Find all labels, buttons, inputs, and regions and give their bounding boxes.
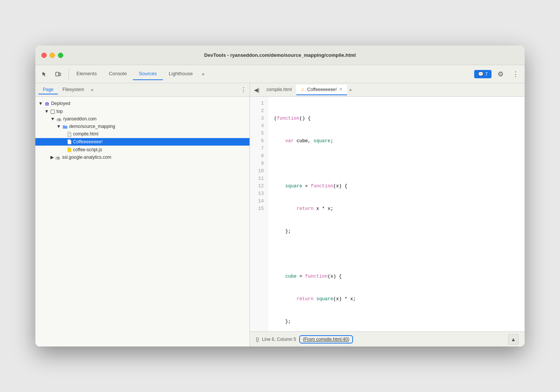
line-num-11: 11 — [250, 175, 268, 182]
svg-rect-1 — [59, 73, 61, 76]
cloud-icon-2 — [55, 155, 61, 160]
tree-label-ssl: ssl.google-analytics.com — [62, 155, 111, 160]
code-line-5: return x * x; — [274, 205, 519, 213]
format-icon[interactable]: {} — [256, 337, 259, 342]
tree-label-ryanseddon: ryanseddon.com — [63, 116, 97, 122]
tab-lighthouse[interactable]: Lighthouse — [163, 68, 199, 80]
scroll-up-button[interactable]: ▲ — [508, 334, 519, 345]
sidebar-more-icon[interactable]: ⋮ — [240, 86, 247, 93]
collapse-icon: ▼ — [44, 109, 49, 114]
chat-icon: 💬 — [478, 71, 484, 77]
line-num-5: 5 — [250, 130, 268, 137]
file-icon — [67, 131, 72, 137]
cursor-icon[interactable] — [38, 68, 50, 80]
collapse-icon: ▼ — [50, 116, 55, 122]
sidebar: Page Filesystem » ⋮ ▼ Deployed — [35, 83, 250, 346]
tree-label-demo: demo/source_mapping — [69, 124, 115, 129]
source-link-badge[interactable]: (From compile.html:40) — [299, 335, 353, 343]
line-num-10: 10 — [250, 167, 268, 175]
source-panel: ◀| compile.html ⚠ Coffeeeeeeee! ✕ » 1 2 … — [250, 83, 525, 346]
line-numbers: 1 2 3 4 5 6 7 8 9 10 11 12 13 14 15 — [250, 97, 268, 331]
line-num-14: 14 — [250, 198, 268, 205]
line-num-6: 6 — [250, 137, 268, 145]
tab-actions: 💬 7 ⚙ ⋮ — [474, 68, 522, 80]
tab-sources[interactable]: Sources — [133, 68, 163, 80]
tree-label-compile: compile.html — [73, 131, 98, 137]
tab-overflow[interactable]: » — [199, 70, 207, 78]
line-num-7: 7 — [250, 145, 268, 152]
source-tab-coffee[interactable]: ⚠ Coffeeeeeeee! ✕ — [296, 85, 347, 95]
devtools-window: DevTools - ryanseddon.com/demo/source_ma… — [35, 46, 525, 346]
code-line-4: square = function(x) { — [274, 182, 519, 190]
frame-icon — [50, 109, 55, 114]
code-line-8: cube = function(x) { — [274, 273, 519, 280]
tree-item-deployed[interactable]: ▼ Deployed — [35, 100, 250, 108]
code-area: 1 2 3 4 5 6 7 8 9 10 11 12 13 14 15 — [250, 97, 525, 331]
code-line-9: return square(x) * x; — [274, 295, 519, 303]
tree-item-demo[interactable]: ▼ demo/source_mapping — [35, 123, 250, 130]
line-num-3: 3 — [250, 115, 268, 122]
cloud-icon — [56, 116, 62, 122]
source-tab-compile[interactable]: compile.html — [262, 85, 296, 95]
maximize-button[interactable] — [58, 53, 63, 58]
titlebar: DevTools - ryanseddon.com/demo/source_ma… — [35, 46, 525, 65]
sidebar-tabs: Page Filesystem » ⋮ — [35, 83, 250, 97]
source-link-text[interactable]: From compile.html:40 — [304, 337, 348, 342]
device-icon[interactable] — [52, 68, 64, 80]
tree-label-coffee: Coffeeeeeeee! — [73, 139, 103, 144]
sidebar-tab-overflow[interactable]: » — [88, 86, 96, 94]
line-num-9: 9 — [250, 160, 268, 167]
traffic-lights — [41, 53, 63, 58]
tree-item-compile[interactable]: compile.html — [35, 130, 250, 138]
sidebar-tab-filesystem[interactable]: Filesystem — [58, 85, 88, 94]
tree-item-ryanseddon[interactable]: ▼ ryanseddon.com — [35, 115, 250, 123]
code-line-2: var cube, square; — [274, 137, 519, 145]
tree-label-top: top — [56, 109, 63, 114]
close-button[interactable] — [41, 53, 47, 58]
status-location: Line 6, Column 5 — [262, 337, 296, 342]
line-num-1: 1 — [250, 100, 268, 107]
collapse-icon: ▼ — [56, 124, 61, 129]
tree-label-deployed: Deployed — [51, 101, 70, 106]
settings-icon[interactable]: ⚙ — [495, 68, 507, 80]
source-tabs: ◀| compile.html ⚠ Coffeeeeeeee! ✕ » — [250, 83, 525, 97]
warning-icon: ⚠ — [301, 87, 305, 92]
tab-elements[interactable]: Elements — [70, 68, 103, 80]
source-tab-overflow[interactable]: » — [347, 86, 354, 94]
collapse-icon: ▼ — [38, 101, 43, 106]
line-num-8: 8 — [250, 152, 268, 160]
cube-icon — [44, 101, 50, 106]
close-tab-icon[interactable]: ✕ — [339, 87, 342, 92]
svg-rect-0 — [56, 72, 59, 76]
tree-item-top[interactable]: ▼ top — [35, 108, 250, 115]
line-num-12: 12 — [250, 182, 268, 190]
file-white-icon — [67, 139, 72, 145]
code-line-1: (function() { — [274, 115, 519, 122]
window-title: DevTools - ryanseddon.com/demo/source_ma… — [204, 52, 356, 58]
code-content[interactable]: (function() { var cube, square; square =… — [268, 97, 525, 331]
file-tree: ▼ Deployed ▼ — [35, 97, 250, 346]
source-nav-icon[interactable]: ◀| — [251, 85, 262, 95]
line-num-4: 4 — [250, 122, 268, 130]
tree-label-coffeescript: coffee-script.js — [73, 147, 102, 152]
coffee-tab-label: Coffeeeeeeee! — [307, 87, 337, 92]
minimize-button[interactable] — [50, 53, 55, 58]
file-yellow-icon — [67, 147, 72, 152]
tab-console[interactable]: Console — [103, 68, 133, 80]
status-bar: {} Line 6, Column 5 (From compile.html:4… — [250, 331, 525, 346]
code-line-10: }; — [274, 318, 519, 325]
notifications-badge[interactable]: 💬 7 — [474, 70, 492, 78]
tree-item-coffeescript[interactable]: coffee-script.js — [35, 146, 250, 153]
up-arrow-icon: ▲ — [511, 336, 516, 342]
expand-icon: ▶ — [50, 155, 54, 160]
code-line-6: }; — [274, 228, 519, 235]
tree-item-ssl[interactable]: ▶ ssl.google-analytics.com — [35, 153, 250, 161]
devtools-icon-group — [38, 68, 69, 80]
devtools-body: Page Filesystem » ⋮ ▼ Deployed — [35, 83, 525, 346]
code-line-7 — [274, 250, 519, 258]
more-options-icon[interactable]: ⋮ — [510, 68, 522, 80]
svg-rect-3 — [51, 110, 55, 114]
line-num-15: 15 — [250, 205, 268, 213]
tree-item-coffee[interactable]: Coffeeeeeeee! — [35, 138, 250, 146]
sidebar-tab-page[interactable]: Page — [38, 85, 58, 94]
